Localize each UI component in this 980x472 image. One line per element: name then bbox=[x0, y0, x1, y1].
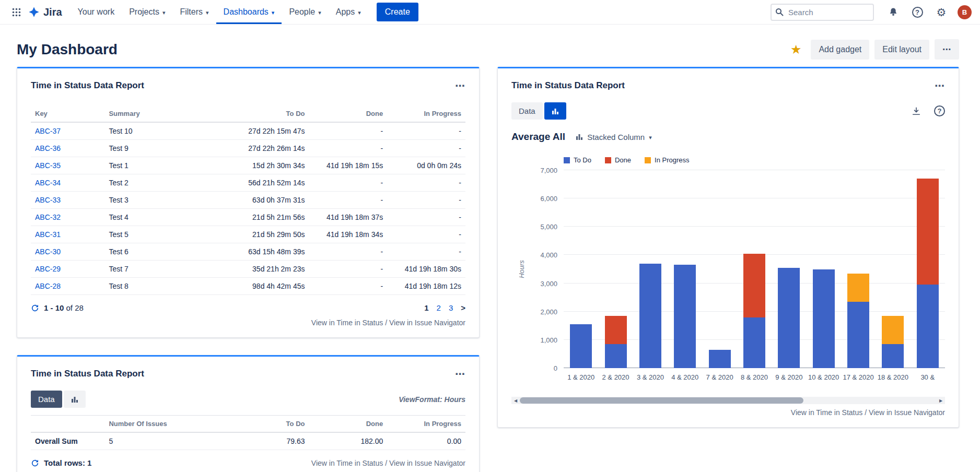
chart-view-button[interactable] bbox=[544, 102, 566, 120]
page-link-2[interactable]: 2 bbox=[437, 303, 441, 312]
issue-key-link[interactable]: ABC-32 bbox=[35, 213, 61, 221]
issue-summary: Test 9 bbox=[104, 140, 204, 157]
bar-segment-to-do bbox=[743, 317, 765, 368]
chart-type-label: Stacked Column bbox=[587, 133, 645, 141]
bar-segment-done bbox=[605, 316, 627, 344]
add-gadget-button[interactable]: Add gadget bbox=[811, 40, 869, 60]
issue-key-link[interactable]: ABC-35 bbox=[35, 161, 61, 170]
bar-segment-done bbox=[917, 179, 939, 285]
todo-value: 98d 4h 42m 45s bbox=[205, 278, 309, 295]
inprogress-sum: 0.00 bbox=[387, 432, 465, 450]
view-toggle: Data bbox=[511, 102, 566, 120]
issue-key-link[interactable]: ABC-37 bbox=[35, 127, 61, 135]
legend-swatch bbox=[645, 157, 651, 163]
legend-label: To Do bbox=[574, 156, 591, 164]
scroll-right-arrow-icon[interactable]: ▶ bbox=[937, 397, 945, 404]
x-tick-label: 17 & 2020 bbox=[841, 373, 876, 381]
nav-projects[interactable]: Projects▾ bbox=[122, 0, 172, 24]
gadget-menu-icon[interactable]: ⋯ bbox=[935, 81, 945, 91]
col-inprogress: In Progress bbox=[387, 105, 465, 122]
chart-view-button[interactable] bbox=[64, 391, 86, 408]
dashboard-more-menu-icon[interactable]: ⋯ bbox=[935, 39, 959, 60]
nav-filters[interactable]: Filters▾ bbox=[172, 0, 216, 24]
next-page-button[interactable]: > bbox=[461, 303, 465, 312]
refresh-icon[interactable] bbox=[31, 304, 39, 312]
key-cell: ABC-34 bbox=[31, 174, 104, 192]
view-in-links[interactable]: View in Time in Status / View in Issue N… bbox=[791, 408, 945, 417]
bell-icon bbox=[888, 7, 899, 17]
y-tick-label: 1,000 bbox=[540, 336, 557, 344]
gadget-menu-icon[interactable]: ⋯ bbox=[455, 369, 465, 379]
y-tick-label: 7,000 bbox=[540, 167, 557, 174]
create-button[interactable]: Create bbox=[377, 3, 418, 21]
help-button[interactable]: ? bbox=[909, 4, 925, 20]
todo-sum: 79.63 bbox=[205, 432, 309, 450]
issue-key-link[interactable]: ABC-31 bbox=[35, 230, 61, 239]
chart-help-button[interactable]: ? bbox=[934, 105, 945, 116]
bar-segment-in-progress bbox=[847, 274, 869, 302]
done-value: - bbox=[309, 140, 387, 157]
top-navigation: Jira Your work Projects▾ Filters▾ Dashbo… bbox=[0, 0, 980, 25]
scroll-left-arrow-icon[interactable]: ◀ bbox=[511, 397, 520, 404]
issue-key-link[interactable]: ABC-36 bbox=[35, 144, 61, 152]
view-in-links[interactable]: View in Time in Status / View in Issue N… bbox=[311, 318, 465, 327]
issue-key-link[interactable]: ABC-34 bbox=[35, 179, 61, 187]
nav-dashboards[interactable]: Dashboards▾ bbox=[216, 0, 282, 24]
nav-people[interactable]: People▾ bbox=[282, 0, 328, 24]
page-current[interactable]: 1 bbox=[424, 303, 428, 312]
pagination-range: 1 - 10 of 28 bbox=[44, 303, 84, 312]
export-button[interactable] bbox=[911, 106, 921, 116]
app-switcher-icon[interactable] bbox=[8, 4, 24, 20]
issue-key-link[interactable]: ABC-29 bbox=[35, 265, 61, 273]
legend-item-done[interactable]: Done bbox=[605, 156, 631, 164]
issue-key-link[interactable]: ABC-30 bbox=[35, 247, 61, 256]
x-tick-label: 9 & 2020 bbox=[772, 373, 806, 381]
bar-segment-to-do bbox=[605, 344, 627, 368]
gadget-menu-icon[interactable]: ⋯ bbox=[455, 81, 465, 91]
chart-bars bbox=[564, 170, 945, 368]
issue-key-link[interactable]: ABC-28 bbox=[35, 282, 61, 290]
inprogress-value: - bbox=[387, 140, 465, 157]
done-value: 41d 19h 18m 15s bbox=[309, 157, 387, 174]
chart-type-select[interactable]: Stacked Column ▾ bbox=[576, 133, 652, 141]
issue-key-link[interactable]: ABC-33 bbox=[35, 196, 61, 204]
bar-chart-icon bbox=[71, 396, 78, 403]
bar-17-2020 bbox=[841, 170, 876, 368]
notifications-button[interactable] bbox=[885, 4, 901, 20]
scrollbar-thumb[interactable] bbox=[520, 397, 803, 404]
issue-summary: Test 1 bbox=[104, 157, 204, 174]
favorite-star-icon[interactable]: ★ bbox=[790, 43, 802, 56]
edit-layout-button[interactable]: Edit layout bbox=[874, 40, 929, 60]
scrollbar-track[interactable] bbox=[520, 397, 937, 404]
inprogress-value: 41d 19h 18m 12s bbox=[387, 278, 465, 295]
chart-legend: To DoDoneIn Progress bbox=[564, 156, 945, 164]
status-table: Key Summary To Do Done In Progress ABC-3… bbox=[31, 105, 465, 295]
x-tick-label: 8 & 2020 bbox=[737, 373, 772, 381]
user-avatar[interactable]: B bbox=[958, 5, 972, 19]
key-cell: ABC-29 bbox=[31, 261, 104, 278]
todo-value: 63d 0h 37m 31s bbox=[205, 192, 309, 209]
legend-item-to-do[interactable]: To Do bbox=[564, 156, 591, 164]
col-todo: To Do bbox=[205, 416, 309, 433]
jira-logo[interactable]: Jira bbox=[28, 6, 62, 18]
inprogress-value: - bbox=[387, 192, 465, 209]
chart-x-labels: 1 & 20202 & 20203 & 20204 & 20207 & 2020… bbox=[564, 373, 945, 381]
col-done: Done bbox=[309, 105, 387, 122]
bar-chart-icon bbox=[576, 133, 583, 140]
jira-mark-icon bbox=[28, 6, 40, 18]
gadget-time-in-status-table: Time in Status Data Report ⋯ Key Summary… bbox=[17, 67, 480, 338]
settings-button[interactable]: ⚙ bbox=[934, 4, 949, 20]
page-link-3[interactable]: 3 bbox=[449, 303, 453, 312]
question-icon: ? bbox=[934, 105, 945, 116]
refresh-icon[interactable] bbox=[31, 459, 39, 467]
nav-apps[interactable]: Apps▾ bbox=[329, 0, 368, 24]
done-value: - bbox=[309, 278, 387, 295]
x-tick-label: 3 & 2020 bbox=[633, 373, 668, 381]
nav-your-work[interactable]: Your work bbox=[71, 0, 122, 24]
data-view-button[interactable]: Data bbox=[511, 102, 543, 120]
legend-item-in-progress[interactable]: In Progress bbox=[645, 156, 689, 164]
data-view-button[interactable]: Data bbox=[31, 391, 62, 408]
view-in-links[interactable]: View in Time in Status / View in Issue N… bbox=[311, 459, 465, 467]
bar-9-2020 bbox=[772, 170, 806, 368]
search-input[interactable] bbox=[771, 4, 874, 21]
